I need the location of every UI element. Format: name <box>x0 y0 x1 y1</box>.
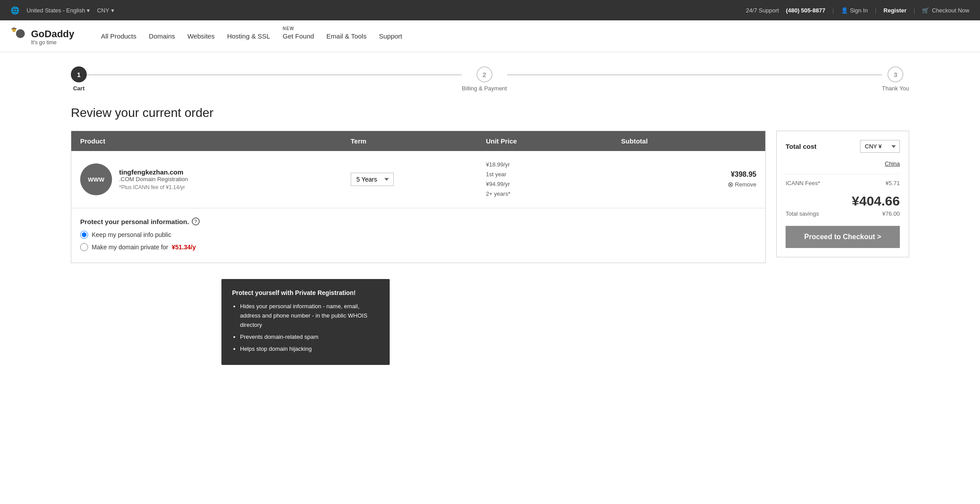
signin-link[interactable]: 👤 Sign In <box>841 7 868 14</box>
checkout-now-button[interactable]: 🛒 Checkout Now <box>922 7 969 14</box>
currency-select[interactable]: CNY ¥ USD $ EUR € <box>860 140 900 153</box>
term-select[interactable]: 1 Year 2 Years 3 Years 4 Years 5 Years 1… <box>351 173 394 186</box>
locale-selector[interactable]: United States - English ▾ <box>27 7 90 14</box>
locale-arrow: ▾ <box>87 7 90 14</box>
radio-public-input[interactable] <box>80 231 88 239</box>
nav-links: All Products Domains Websites Hosting & … <box>101 32 402 40</box>
order-table: Product Term Unit Price Subtotal WWW tin… <box>71 131 766 263</box>
total-cost-label: Total cost <box>786 143 817 150</box>
svg-text:GoDaddy: GoDaddy <box>31 28 75 39</box>
step-circle-3: 3 <box>887 66 903 82</box>
logo-area: 🤠 GoDaddy It's go time <box>11 25 90 48</box>
total-cost-header: Total cost CNY ¥ USD $ EUR € <box>786 140 900 153</box>
radio-public-label: Keep my personal info public <box>92 231 171 238</box>
nav-domains[interactable]: Domains <box>149 32 175 40</box>
col-unit-price: Unit Price <box>486 137 621 145</box>
sidebar: Total cost CNY ¥ USD $ EUR € China ICANN… <box>776 131 909 263</box>
main-nav: 🤠 GoDaddy It's go time All Products Doma… <box>0 20 980 52</box>
icann-label: ICANN Fees* <box>786 180 820 186</box>
proceed-label: Proceed to Checkout > <box>804 233 881 240</box>
support-phone[interactable]: (480) 505-8877 <box>786 7 825 14</box>
step-billing: 2 Billing & Payment <box>462 66 507 92</box>
svg-text:It's go time: It's go time <box>31 39 57 46</box>
currency-selector-top[interactable]: CNY ▾ <box>97 7 114 14</box>
price-line2: 1st year <box>486 170 621 179</box>
www-badge: WWW <box>80 163 112 195</box>
savings-label: Total savings <box>786 210 819 217</box>
checkout-now-label: Checkout Now <box>932 7 969 14</box>
protect-title-text: Protect your personal information. <box>80 218 189 225</box>
china-link-wrap: China <box>786 160 900 167</box>
nav-all-products[interactable]: All Products <box>101 32 136 40</box>
table-row: WWW tingfengkezhan.com .COM Domain Regis… <box>71 151 765 208</box>
total-price: ¥404.66 <box>786 194 900 209</box>
col-product: Product <box>80 137 351 145</box>
protect-section: Protect your personal information. ? Kee… <box>71 208 765 263</box>
radio-public[interactable]: Keep my personal info public <box>80 231 756 239</box>
subtotal-cell: ¥398.95 ⊗ Remove <box>621 171 756 189</box>
register-label: Register <box>883 7 906 14</box>
new-badge: NEW <box>283 26 294 31</box>
remove-link[interactable]: ⊗ Remove <box>621 180 756 189</box>
subtotal-amount: ¥398.95 <box>621 171 756 178</box>
cart-icon: 🛒 <box>922 7 929 14</box>
signin-label: Sign In <box>850 7 868 14</box>
china-link[interactable]: China <box>885 160 900 167</box>
product-name: tingfengkezhan.com <box>119 168 188 176</box>
step-label-thankyou: Thank You <box>882 85 909 92</box>
term-select-wrap[interactable]: 1 Year 2 Years 3 Years 4 Years 5 Years 1… <box>351 173 486 186</box>
nav-support[interactable]: Support <box>379 32 403 40</box>
remove-icon: ⊗ <box>728 180 733 189</box>
sidebar-divider <box>786 174 900 174</box>
nav-get-found[interactable]: NEW Get Found <box>283 32 314 40</box>
icann-row: ICANN Fees* ¥5.71 <box>786 180 900 186</box>
step-circle-1: 1 <box>71 66 87 82</box>
step-thankyou: 3 Thank You <box>882 66 909 92</box>
order-section: Product Term Unit Price Subtotal WWW tin… <box>0 131 980 277</box>
page-title: Review your current order <box>71 106 909 120</box>
protect-title: Protect your personal information. ? <box>80 217 756 225</box>
page-title-wrap: Review your current order <box>0 102 980 131</box>
svg-point-1 <box>16 29 25 38</box>
nav-hosting[interactable]: Hosting & SSL <box>227 32 271 40</box>
nav-email[interactable]: Email & Tools <box>326 32 367 40</box>
price-line3: ¥94.99/yr <box>486 179 621 189</box>
radio-private-price: ¥51.34/y <box>172 244 196 251</box>
step-line-2 <box>507 74 882 75</box>
top-bar-right: 24/7 Support (480) 505-8877 | 👤 Sign In … <box>746 7 969 14</box>
sidebar-box: Total cost CNY ¥ USD $ EUR € China ICANN… <box>776 131 909 257</box>
step-label-cart: Cart <box>73 85 85 92</box>
savings-row: Total savings ¥76.00 <box>786 210 900 217</box>
locale-label: United States - English <box>27 7 85 14</box>
step-label-billing: Billing & Payment <box>462 85 507 92</box>
savings-value: ¥76.00 <box>882 210 900 217</box>
currency-arrow: ▾ <box>111 7 114 14</box>
globe-icon: 🌐 <box>11 6 19 15</box>
col-subtotal: Subtotal <box>621 137 756 145</box>
register-link[interactable]: Register <box>883 7 906 14</box>
nav-websites[interactable]: Websites <box>187 32 214 40</box>
price-line1: ¥18.99/yr <box>486 160 621 170</box>
checkout-steps: 1 Cart 2 Billing & Payment 3 Thank You <box>0 52 980 102</box>
step-circle-2: 2 <box>476 66 492 82</box>
product-info: tingfengkezhan.com .COM Domain Registrat… <box>119 168 188 190</box>
info-icon[interactable]: ? <box>192 217 200 225</box>
radio-private-prefix: Make my domain private for <box>92 244 168 251</box>
icann-value: ¥5.71 <box>885 180 900 186</box>
price-cell: ¥18.99/yr 1st year ¥94.99/yr 2+ years* <box>486 160 621 199</box>
svg-text:🤠: 🤠 <box>12 27 17 32</box>
step-line-1 <box>87 74 462 75</box>
radio-private[interactable]: Make my domain private for ¥51.34/y <box>80 243 756 251</box>
table-header: Product Term Unit Price Subtotal <box>71 131 765 151</box>
product-cell: WWW tingfengkezhan.com .COM Domain Regis… <box>80 163 351 195</box>
remove-label: Remove <box>735 181 756 188</box>
top-bar: 🌐 United States - English ▾ CNY ▾ 24/7 S… <box>0 0 980 20</box>
step-cart: 1 Cart <box>71 66 87 92</box>
currency-label: CNY <box>97 7 109 14</box>
proceed-to-checkout-button[interactable]: Proceed to Checkout > <box>786 226 900 248</box>
godaddy-logo: 🤠 GoDaddy It's go time <box>11 25 90 48</box>
top-bar-left: 🌐 United States - English ▾ CNY ▾ <box>11 6 114 15</box>
support-label: 24/7 Support <box>746 7 779 14</box>
radio-private-input[interactable] <box>80 243 88 251</box>
price-line4: 2+ years* <box>486 189 621 199</box>
